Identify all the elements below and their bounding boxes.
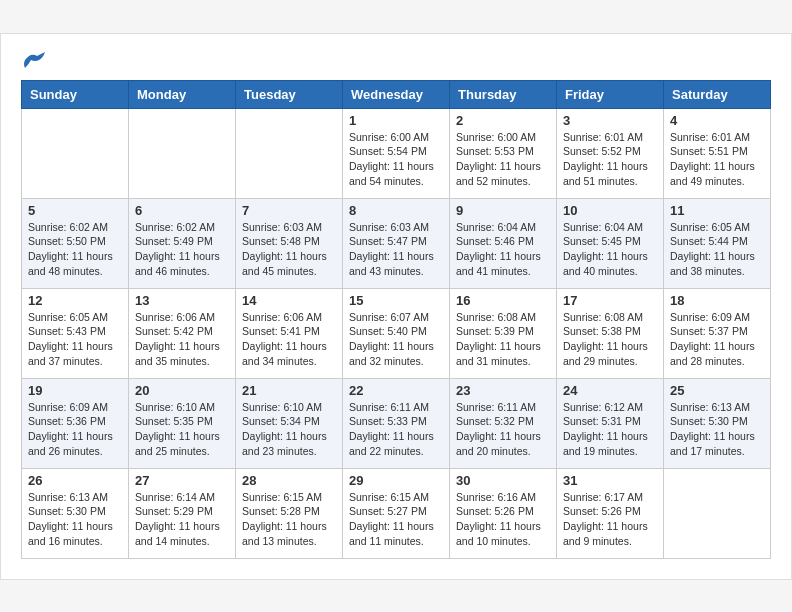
calendar-header [21,54,771,64]
calendar-cell: 23Sunrise: 6:11 AM Sunset: 5:32 PM Dayli… [450,378,557,468]
cell-day-number: 22 [349,383,443,398]
cell-day-number: 20 [135,383,229,398]
cell-day-info: Sunrise: 6:01 AM Sunset: 5:52 PM Dayligh… [563,130,657,189]
cell-day-number: 23 [456,383,550,398]
cell-day-info: Sunrise: 6:04 AM Sunset: 5:45 PM Dayligh… [563,220,657,279]
cell-day-number: 17 [563,293,657,308]
cell-day-info: Sunrise: 6:15 AM Sunset: 5:27 PM Dayligh… [349,490,443,549]
calendar-cell: 8Sunrise: 6:03 AM Sunset: 5:47 PM Daylig… [343,198,450,288]
cell-day-number: 4 [670,113,764,128]
cell-day-info: Sunrise: 6:03 AM Sunset: 5:47 PM Dayligh… [349,220,443,279]
cell-day-number: 1 [349,113,443,128]
cell-day-number: 13 [135,293,229,308]
calendar-cell [664,468,771,558]
calendar-cell: 12Sunrise: 6:05 AM Sunset: 5:43 PM Dayli… [22,288,129,378]
cell-day-number: 5 [28,203,122,218]
cell-day-number: 15 [349,293,443,308]
calendar-cell: 2Sunrise: 6:00 AM Sunset: 5:53 PM Daylig… [450,108,557,198]
cell-day-info: Sunrise: 6:08 AM Sunset: 5:39 PM Dayligh… [456,310,550,369]
cell-day-number: 18 [670,293,764,308]
cell-day-info: Sunrise: 6:13 AM Sunset: 5:30 PM Dayligh… [28,490,122,549]
calendar-cell: 1Sunrise: 6:00 AM Sunset: 5:54 PM Daylig… [343,108,450,198]
cell-day-number: 3 [563,113,657,128]
cell-day-info: Sunrise: 6:02 AM Sunset: 5:49 PM Dayligh… [135,220,229,279]
calendar-cell [236,108,343,198]
cell-day-info: Sunrise: 6:01 AM Sunset: 5:51 PM Dayligh… [670,130,764,189]
calendar-cell: 21Sunrise: 6:10 AM Sunset: 5:34 PM Dayli… [236,378,343,468]
calendar-cell: 25Sunrise: 6:13 AM Sunset: 5:30 PM Dayli… [664,378,771,468]
calendar-container: SundayMondayTuesdayWednesdayThursdayFrid… [0,33,792,580]
calendar-cell: 19Sunrise: 6:09 AM Sunset: 5:36 PM Dayli… [22,378,129,468]
weekday-header-friday: Friday [557,80,664,108]
cell-day-info: Sunrise: 6:08 AM Sunset: 5:38 PM Dayligh… [563,310,657,369]
calendar-cell: 9Sunrise: 6:04 AM Sunset: 5:46 PM Daylig… [450,198,557,288]
calendar-cell: 15Sunrise: 6:07 AM Sunset: 5:40 PM Dayli… [343,288,450,378]
calendar-week-row: 1Sunrise: 6:00 AM Sunset: 5:54 PM Daylig… [22,108,771,198]
weekday-header-tuesday: Tuesday [236,80,343,108]
cell-day-number: 24 [563,383,657,398]
calendar-week-row: 26Sunrise: 6:13 AM Sunset: 5:30 PM Dayli… [22,468,771,558]
calendar-cell: 31Sunrise: 6:17 AM Sunset: 5:26 PM Dayli… [557,468,664,558]
calendar-cell [129,108,236,198]
calendar-cell: 30Sunrise: 6:16 AM Sunset: 5:26 PM Dayli… [450,468,557,558]
cell-day-info: Sunrise: 6:13 AM Sunset: 5:30 PM Dayligh… [670,400,764,459]
weekday-header-sunday: Sunday [22,80,129,108]
cell-day-info: Sunrise: 6:00 AM Sunset: 5:54 PM Dayligh… [349,130,443,189]
weekday-header-monday: Monday [129,80,236,108]
cell-day-info: Sunrise: 6:04 AM Sunset: 5:46 PM Dayligh… [456,220,550,279]
cell-day-info: Sunrise: 6:12 AM Sunset: 5:31 PM Dayligh… [563,400,657,459]
cell-day-number: 10 [563,203,657,218]
calendar-cell: 29Sunrise: 6:15 AM Sunset: 5:27 PM Dayli… [343,468,450,558]
cell-day-info: Sunrise: 6:05 AM Sunset: 5:44 PM Dayligh… [670,220,764,279]
calendar-cell: 24Sunrise: 6:12 AM Sunset: 5:31 PM Dayli… [557,378,664,468]
cell-day-number: 28 [242,473,336,488]
cell-day-info: Sunrise: 6:09 AM Sunset: 5:37 PM Dayligh… [670,310,764,369]
logo [21,54,45,64]
cell-day-number: 2 [456,113,550,128]
calendar-week-row: 5Sunrise: 6:02 AM Sunset: 5:50 PM Daylig… [22,198,771,288]
cell-day-number: 26 [28,473,122,488]
cell-day-number: 6 [135,203,229,218]
calendar-cell: 28Sunrise: 6:15 AM Sunset: 5:28 PM Dayli… [236,468,343,558]
cell-day-info: Sunrise: 6:10 AM Sunset: 5:34 PM Dayligh… [242,400,336,459]
cell-day-number: 11 [670,203,764,218]
cell-day-info: Sunrise: 6:15 AM Sunset: 5:28 PM Dayligh… [242,490,336,549]
cell-day-number: 19 [28,383,122,398]
calendar-cell: 20Sunrise: 6:10 AM Sunset: 5:35 PM Dayli… [129,378,236,468]
calendar-cell: 4Sunrise: 6:01 AM Sunset: 5:51 PM Daylig… [664,108,771,198]
calendar-cell: 18Sunrise: 6:09 AM Sunset: 5:37 PM Dayli… [664,288,771,378]
cell-day-info: Sunrise: 6:10 AM Sunset: 5:35 PM Dayligh… [135,400,229,459]
cell-day-number: 31 [563,473,657,488]
cell-day-info: Sunrise: 6:06 AM Sunset: 5:42 PM Dayligh… [135,310,229,369]
cell-day-number: 12 [28,293,122,308]
calendar-cell: 22Sunrise: 6:11 AM Sunset: 5:33 PM Dayli… [343,378,450,468]
calendar-week-row: 19Sunrise: 6:09 AM Sunset: 5:36 PM Dayli… [22,378,771,468]
cell-day-info: Sunrise: 6:17 AM Sunset: 5:26 PM Dayligh… [563,490,657,549]
cell-day-info: Sunrise: 6:00 AM Sunset: 5:53 PM Dayligh… [456,130,550,189]
cell-day-info: Sunrise: 6:16 AM Sunset: 5:26 PM Dayligh… [456,490,550,549]
calendar-cell: 6Sunrise: 6:02 AM Sunset: 5:49 PM Daylig… [129,198,236,288]
calendar-cell: 16Sunrise: 6:08 AM Sunset: 5:39 PM Dayli… [450,288,557,378]
cell-day-number: 7 [242,203,336,218]
cell-day-info: Sunrise: 6:11 AM Sunset: 5:32 PM Dayligh… [456,400,550,459]
calendar-cell: 14Sunrise: 6:06 AM Sunset: 5:41 PM Dayli… [236,288,343,378]
cell-day-number: 21 [242,383,336,398]
cell-day-info: Sunrise: 6:02 AM Sunset: 5:50 PM Dayligh… [28,220,122,279]
calendar-cell: 17Sunrise: 6:08 AM Sunset: 5:38 PM Dayli… [557,288,664,378]
cell-day-info: Sunrise: 6:14 AM Sunset: 5:29 PM Dayligh… [135,490,229,549]
cell-day-number: 27 [135,473,229,488]
weekday-header-saturday: Saturday [664,80,771,108]
cell-day-number: 9 [456,203,550,218]
calendar-week-row: 12Sunrise: 6:05 AM Sunset: 5:43 PM Dayli… [22,288,771,378]
cell-day-info: Sunrise: 6:09 AM Sunset: 5:36 PM Dayligh… [28,400,122,459]
cell-day-number: 14 [242,293,336,308]
cell-day-info: Sunrise: 6:03 AM Sunset: 5:48 PM Dayligh… [242,220,336,279]
cell-day-number: 29 [349,473,443,488]
cell-day-number: 25 [670,383,764,398]
calendar-cell: 13Sunrise: 6:06 AM Sunset: 5:42 PM Dayli… [129,288,236,378]
cell-day-info: Sunrise: 6:11 AM Sunset: 5:33 PM Dayligh… [349,400,443,459]
calendar-cell: 10Sunrise: 6:04 AM Sunset: 5:45 PM Dayli… [557,198,664,288]
calendar-cell: 3Sunrise: 6:01 AM Sunset: 5:52 PM Daylig… [557,108,664,198]
calendar-table: SundayMondayTuesdayWednesdayThursdayFrid… [21,80,771,559]
cell-day-info: Sunrise: 6:06 AM Sunset: 5:41 PM Dayligh… [242,310,336,369]
